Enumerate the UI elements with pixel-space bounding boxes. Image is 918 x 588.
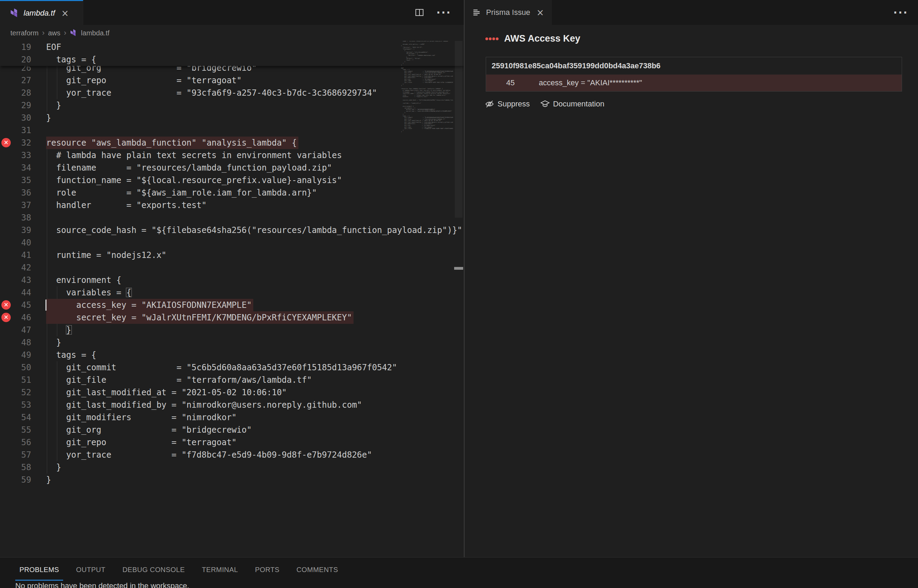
minimap[interactable]: resource "aws_iam_role" "iam_for_lambda"…	[401, 41, 453, 139]
right-panel-tab-bar: Prisma Issue × ···	[465, 0, 918, 25]
scrollbar-thumb[interactable]	[455, 41, 463, 218]
suppress-button[interactable]: Suppress	[485, 99, 530, 109]
line-number: 58	[0, 461, 31, 473]
panel-tab-terminal[interactable]: TERMINAL	[198, 559, 242, 581]
line-number: 32	[0, 137, 31, 149]
line-number: 38	[0, 212, 31, 224]
line-number: 42	[0, 262, 31, 274]
panel-tab-ports[interactable]: PORTS	[251, 559, 284, 581]
code-line-40[interactable]: 40	[0, 236, 464, 249]
code-line-55[interactable]: 55 git_org = "bridgecrewio"	[0, 424, 464, 436]
code-text: git_commit = "5c6b5d60a8aa63a5d37e60f151…	[46, 361, 397, 374]
code-text: git_repo = "terragoat"	[46, 436, 236, 449]
code-line-58[interactable]: 58 }	[0, 461, 464, 473]
code-text: source_code_hash = "${filebase64sha256("…	[46, 224, 462, 236]
code-line-56[interactable]: 56 git_repo = "terragoat"	[0, 436, 464, 449]
code-line-28[interactable]: 28 yor_trace = "93cfa6f9-a257-40c3-b7dc-…	[0, 87, 464, 99]
code-line-37[interactable]: 37 handler = "exports.test"	[0, 199, 464, 212]
code-line-49[interactable]: 49 tags = {	[0, 349, 464, 361]
code-line-59[interactable]: 59}	[0, 473, 464, 486]
finding-code: access_key = "AKIAI**********"	[539, 78, 642, 87]
panel-tab-comments[interactable]: COMMENTS	[293, 559, 342, 581]
line-number: 37	[0, 199, 31, 212]
documentation-button[interactable]: Documentation	[540, 99, 604, 109]
panel-tab-debug-console[interactable]: DEBUG CONSOLE	[118, 559, 189, 581]
indent-guide	[47, 212, 47, 224]
code-line-30[interactable]: 30}	[0, 111, 464, 124]
code-text: }	[46, 473, 51, 486]
close-icon[interactable]: ×	[62, 8, 69, 18]
eye-off-icon	[485, 99, 494, 109]
text-cursor	[45, 300, 47, 311]
prisma-issue-panel: Prisma Issue × ··· AWS Access Key 25910f…	[465, 0, 918, 557]
code-line-47[interactable]: 47 }	[0, 324, 464, 336]
code-line-34[interactable]: 34 filename = "resources/lambda_function…	[0, 162, 464, 174]
breadcrumb-separator: ›	[64, 28, 66, 37]
tab-prisma-issue[interactable]: Prisma Issue ×	[465, 0, 552, 25]
code-line-42[interactable]: 42	[0, 262, 464, 274]
code-line-45[interactable]: ✕45 access_key = "AKIAIOSFODNN7EXAMPLE"	[0, 299, 464, 311]
code-line-39[interactable]: 39 source_code_hash = "${filebase64sha25…	[0, 224, 464, 236]
code-line-33[interactable]: 33 # lambda have plain text secrets in e…	[0, 149, 464, 162]
line-number: 55	[0, 424, 31, 436]
editor-group: lambda.tf × ··· terraform›aws›lambda.tf …	[0, 0, 464, 557]
code-line-36[interactable]: 36 role = "${aws_iam_role.iam_for_lambda…	[0, 187, 464, 199]
panel-tab-output[interactable]: OUTPUT	[72, 559, 110, 581]
code-text: role = "${aws_iam_role.iam_for_lambda.ar…	[46, 187, 317, 199]
line-number: 43	[0, 274, 31, 286]
code-line-41[interactable]: 41 runtime = "nodejs12.x"	[0, 249, 464, 262]
code-line-53[interactable]: 53 git_last_modified_by = "nimrodkor@use…	[0, 399, 464, 411]
line-number: 47	[0, 324, 31, 336]
line-number: 28	[0, 87, 31, 99]
breadcrumb: terraform›aws›lambda.tf	[10, 25, 110, 41]
code-line-29[interactable]: 29 }	[0, 99, 464, 111]
finding-id: 25910f981e85ca04baf359199dd0bd4a3ae738b6	[486, 57, 902, 74]
code-text: function_name = "${local.resource_prefix…	[46, 174, 342, 187]
close-icon[interactable]: ×	[536, 7, 544, 18]
code-line-27[interactable]: 27 git_repo = "terragoat"	[0, 74, 464, 87]
code-line-44[interactable]: 44 variables = {	[0, 286, 464, 299]
panel-tab-problems[interactable]: PROBLEMS	[15, 559, 63, 581]
line-number: 52	[0, 386, 31, 399]
code-line-46[interactable]: ✕46 secret_key = "wJalrXUtnFEMI/K7MDENG/…	[0, 311, 464, 324]
code-text: variables = {	[46, 286, 131, 299]
code-line-54[interactable]: 54 git_modifiers = "nimrodkor"	[0, 411, 464, 424]
code-line-32[interactable]: ✕32resource "aws_lambda_function" "analy…	[0, 137, 464, 149]
overview-ruler[interactable]	[453, 41, 464, 557]
finding-box: 25910f981e85ca04baf359199dd0bd4a3ae738b6…	[486, 57, 902, 92]
code-line-50[interactable]: 50 git_commit = "5c6b5d60a8aa63a5d37e60f…	[0, 361, 464, 374]
finding-row[interactable]: 45 access_key = "AKIAI**********"	[486, 74, 902, 91]
breadcrumb-item-aws[interactable]: aws	[48, 29, 60, 37]
line-number: 27	[0, 74, 31, 87]
code-line-38[interactable]: 38	[0, 212, 464, 224]
code-line-31[interactable]: 31	[0, 124, 464, 137]
code-text: EOF	[46, 41, 61, 53]
code-line-57[interactable]: 57 yor_trace = "f7d8bc47-e5d9-4b09-9d8f-…	[0, 449, 464, 461]
more-actions-icon[interactable]: ···	[436, 6, 452, 19]
code-line-19[interactable]: 19EOF	[0, 41, 464, 53]
code-text: }	[46, 324, 71, 336]
more-actions-icon[interactable]: ···	[894, 6, 908, 19]
editor-code-area[interactable]: 26 git_org = "bridgecrewio"27 git_repo =…	[0, 41, 464, 557]
code-text: }	[46, 111, 51, 124]
problems-message: No problems have been detected in the wo…	[15, 582, 189, 588]
line-number: 53	[0, 399, 31, 411]
breadcrumb-item-lambda-tf[interactable]: lambda.tf	[81, 29, 109, 37]
code-line-35[interactable]: 35 function_name = "${local.resource_pre…	[0, 174, 464, 187]
finding-line-number: 45	[486, 78, 539, 87]
code-line-48[interactable]: 48 }	[0, 336, 464, 349]
line-number: 29	[0, 99, 31, 111]
line-number: 46	[0, 311, 31, 324]
code-line-51[interactable]: 51 git_file = "terraform/aws/lambda.tf"	[0, 374, 464, 386]
code-text: git_repo = "terragoat"	[46, 74, 242, 87]
tab-lambda-tf[interactable]: lambda.tf ×	[0, 0, 83, 25]
indent-guide	[47, 236, 47, 249]
line-number: 40	[0, 236, 31, 249]
breadcrumb-item-terraform[interactable]: terraform	[10, 29, 39, 37]
code-line-20[interactable]: 20 tags = {	[0, 53, 464, 66]
code-line-52[interactable]: 52 git_last_modified_at = "2021-05-02 10…	[0, 386, 464, 399]
issue-title-text: AWS Access Key	[504, 33, 580, 44]
code-line-43[interactable]: 43 environment {	[0, 274, 464, 286]
split-editor-icon[interactable]	[415, 8, 424, 17]
ruler-cursor-marker	[454, 267, 463, 270]
